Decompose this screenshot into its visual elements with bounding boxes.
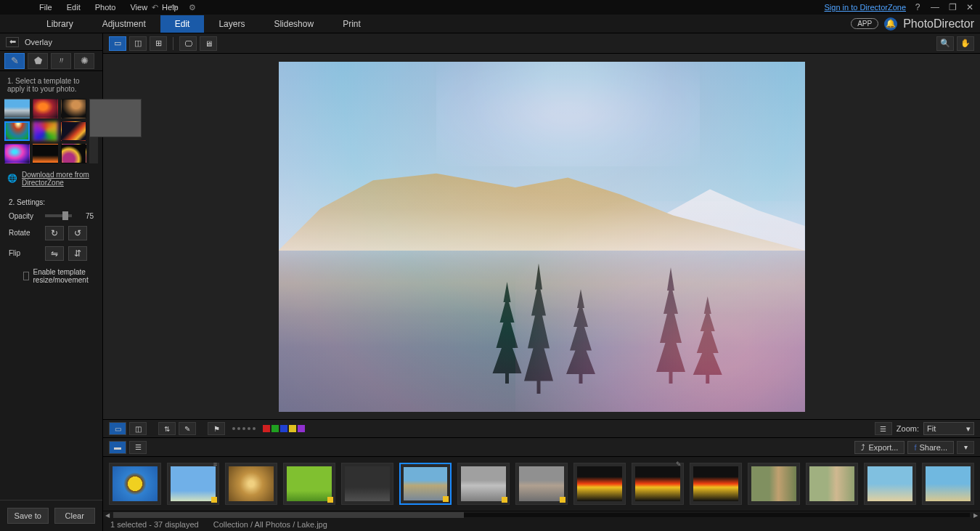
hand-tool-icon[interactable]: ✋ bbox=[957, 36, 974, 51]
canvas[interactable] bbox=[103, 54, 980, 419]
brand-name: PhotoDirector bbox=[903, 17, 974, 31]
template-item[interactable] bbox=[33, 99, 58, 118]
screen-mode-icon[interactable]: 🖥 bbox=[200, 36, 217, 51]
zoom-select[interactable]: Fit▾ bbox=[923, 422, 974, 435]
menu-edit[interactable]: Edit bbox=[60, 1, 88, 14]
module-print[interactable]: Print bbox=[328, 15, 375, 33]
view-compare-icon[interactable]: ◫ bbox=[129, 36, 147, 51]
color-yellow[interactable] bbox=[289, 425, 296, 432]
undo-icon[interactable]: ↶ bbox=[149, 1, 160, 13]
module-adjustment[interactable]: Adjustment bbox=[88, 15, 160, 33]
sort-icon[interactable]: ⇅ bbox=[158, 422, 176, 435]
module-library[interactable]: Library bbox=[32, 15, 88, 33]
panel-title: Overlay bbox=[25, 38, 52, 46]
enable-resize-checkbox[interactable] bbox=[23, 272, 29, 280]
flip-vertical-button[interactable]: ⇵ bbox=[68, 246, 87, 261]
thumbnail[interactable] bbox=[864, 463, 916, 505]
rotate-ccw-button[interactable]: ↺ bbox=[68, 226, 87, 240]
rating-dots[interactable] bbox=[232, 427, 256, 430]
thumbnail[interactable] bbox=[748, 463, 800, 505]
module-slideshow[interactable]: Slideshow bbox=[259, 15, 328, 33]
help-icon[interactable]: ? bbox=[912, 1, 923, 13]
template-item[interactable] bbox=[4, 144, 30, 163]
collection-path: Collection / All Photos / Lake.jpg bbox=[213, 520, 327, 529]
thumbnail[interactable] bbox=[573, 463, 626, 505]
strip-mode-b-icon[interactable]: ☰ bbox=[129, 441, 147, 454]
color-red[interactable] bbox=[263, 425, 270, 432]
thumbnail[interactable]: ✎ bbox=[632, 463, 684, 505]
template-item-selected[interactable] bbox=[4, 121, 30, 141]
thumbnail[interactable] bbox=[225, 463, 277, 505]
thumbnail-selected[interactable] bbox=[399, 463, 452, 505]
color-green[interactable] bbox=[271, 425, 279, 432]
module-bar: Library Adjustment Edit Layers Slideshow… bbox=[0, 15, 980, 33]
thumbnail[interactable] bbox=[515, 463, 568, 505]
view-mode-a-icon[interactable]: ▭ bbox=[109, 422, 126, 435]
back-button[interactable]: ⬅ bbox=[6, 37, 19, 47]
tool-brush-icon[interactable]: ✎ bbox=[4, 53, 25, 69]
template-item[interactable] bbox=[61, 121, 86, 141]
download-link[interactable]: Download more from DirectorZone bbox=[22, 171, 95, 187]
tool-burst-icon[interactable]: ✺ bbox=[74, 53, 94, 69]
scroll-right-icon[interactable]: ▶ bbox=[971, 511, 980, 519]
template-item[interactable] bbox=[4, 99, 30, 118]
rotate-cw-button[interactable]: ↻ bbox=[45, 226, 64, 240]
menu-photo[interactable]: Photo bbox=[88, 1, 123, 14]
view-mode-b-icon[interactable]: ◫ bbox=[129, 422, 147, 435]
template-grid bbox=[4, 99, 86, 163]
opacity-slider[interactable] bbox=[45, 214, 72, 217]
template-scrollbar[interactable] bbox=[89, 99, 98, 163]
thumbnail[interactable] bbox=[457, 463, 510, 505]
status-bar: 1 selected - 37 displayed Collection / A… bbox=[103, 518, 980, 531]
thumbnail[interactable]: ≡ bbox=[167, 463, 219, 505]
menu-bar: File Edit Photo View Help ↶ ↷ ⚙ Sign in … bbox=[0, 0, 980, 15]
share-button[interactable]: f Share... bbox=[907, 441, 954, 454]
opacity-value: 75 bbox=[78, 212, 94, 220]
thumbnail[interactable] bbox=[283, 463, 335, 505]
app-badge[interactable]: APP bbox=[851, 18, 878, 29]
template-item[interactable] bbox=[61, 99, 86, 118]
flip-horizontal-button[interactable]: ⇋ bbox=[45, 246, 64, 261]
content-area: ▭ ◫ ⊞ 🖵 🖥 🔍 ✋ ▭ bbox=[103, 33, 980, 531]
redo-icon[interactable]: ↷ bbox=[168, 1, 179, 13]
color-purple[interactable] bbox=[298, 425, 305, 432]
thumbnail[interactable] bbox=[690, 463, 742, 505]
template-item[interactable] bbox=[61, 144, 86, 163]
filmstrip-header: ▬ ☰ ⤴ Export... f Share... ▾ bbox=[103, 438, 980, 457]
save-to-button[interactable]: Save to bbox=[7, 508, 49, 524]
thumbnail[interactable] bbox=[806, 463, 858, 505]
maximize-icon[interactable]: ❐ bbox=[947, 1, 958, 13]
clear-button[interactable]: Clear bbox=[54, 508, 96, 524]
overlay-toolstrip: ✎ ⬟ 〃 ✺ bbox=[0, 51, 102, 71]
zoom-tool-icon[interactable]: 🔍 bbox=[936, 36, 954, 51]
chevron-down-icon: ▾ bbox=[966, 424, 971, 434]
edit-pen-icon[interactable]: ✎ bbox=[179, 422, 196, 435]
module-layers[interactable]: Layers bbox=[204, 15, 259, 33]
color-blue[interactable] bbox=[280, 425, 287, 432]
tool-lines-icon[interactable]: 〃 bbox=[51, 53, 71, 69]
signin-link[interactable]: Sign in to DirectorZone bbox=[825, 3, 907, 12]
settings-icon[interactable]: ⚙ bbox=[187, 1, 198, 13]
tool-tree-icon[interactable]: ⬟ bbox=[28, 53, 48, 69]
template-item[interactable] bbox=[33, 121, 58, 141]
scroll-left-icon[interactable]: ◀ bbox=[103, 511, 112, 519]
view-single-icon[interactable]: ▭ bbox=[109, 36, 126, 51]
secondary-display-icon[interactable]: 🖵 bbox=[179, 36, 197, 51]
view-grid-icon[interactable]: ⊞ bbox=[150, 36, 167, 51]
thumbnail[interactable] bbox=[109, 463, 161, 505]
filter-icon[interactable]: ☰ bbox=[875, 422, 892, 435]
thumbnail[interactable] bbox=[341, 463, 393, 505]
template-item[interactable] bbox=[33, 144, 58, 163]
notification-icon[interactable]: 🔔 bbox=[884, 17, 897, 31]
strip-mode-a-icon[interactable]: ▬ bbox=[109, 441, 126, 454]
export-button[interactable]: ⤴ Export... bbox=[854, 441, 905, 454]
minimize-icon[interactable]: — bbox=[929, 1, 941, 13]
export-icon: ⤴ bbox=[861, 443, 865, 452]
module-edit[interactable]: Edit bbox=[160, 15, 205, 33]
thumbnail[interactable] bbox=[922, 463, 974, 505]
filmstrip-scrollbar[interactable]: ◀ ▶ bbox=[103, 511, 980, 518]
menu-file[interactable]: File bbox=[32, 1, 60, 14]
flag-icon[interactable]: ⚑ bbox=[208, 422, 225, 435]
close-icon[interactable]: ✕ bbox=[964, 1, 976, 13]
share-dropdown-icon[interactable]: ▾ bbox=[957, 441, 974, 454]
